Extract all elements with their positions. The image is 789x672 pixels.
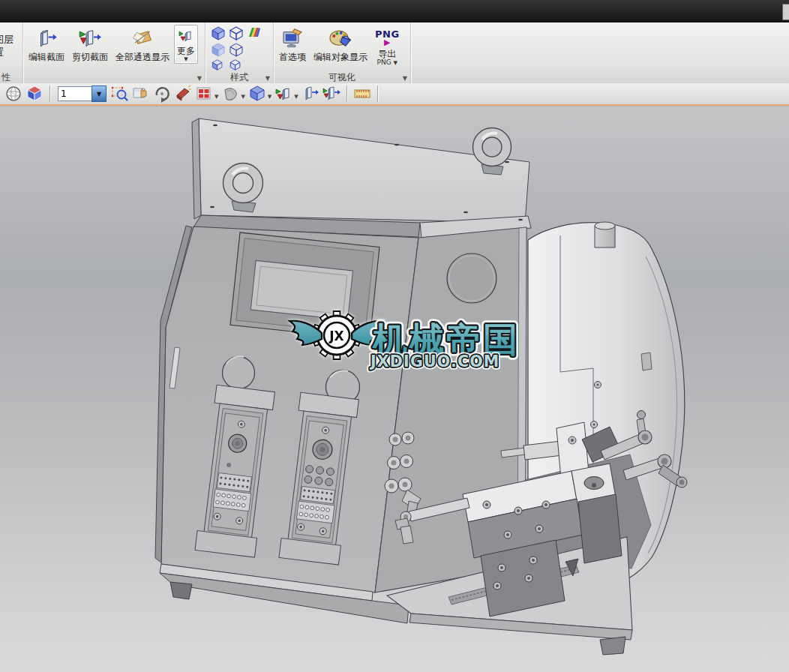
rotate-icon[interactable] (152, 84, 172, 104)
layer-settings-label-line2: 置 (0, 46, 23, 58)
colored-section-icon[interactable] (274, 84, 293, 104)
edit-section-label: 编辑截面 (28, 52, 64, 62)
style-face-analysis-icon[interactable] (248, 26, 260, 41)
export-sub-label: PNG ▼ (377, 59, 398, 66)
export-png-button[interactable]: PNG ▶ 导出 PNG ▼ (372, 25, 403, 68)
layer-dropdown-button[interactable]: ▼ (92, 86, 106, 102)
layer-settings-button[interactable]: 图层 置 (0, 33, 23, 58)
ribbon-group-clipped-left: 图层 置 性 (0, 22, 23, 83)
show-all-translucent-label: 全部通透显示 (116, 52, 170, 62)
style-shaded-cube-icon[interactable] (212, 43, 226, 59)
clip-section-button[interactable]: 剪切截面 (69, 25, 111, 64)
export-label: 导出 (378, 49, 396, 59)
watermark-url-text: JXDIGUO.COM (369, 352, 500, 370)
shell-dropdown-arrow-icon[interactable]: ▼ (241, 94, 244, 100)
style-wireframe-cube-icon[interactable] (230, 26, 244, 43)
edit-object-display-icon (328, 26, 353, 52)
style-cube-toolbar-icon[interactable] (248, 84, 267, 104)
title-bar (0, 0, 789, 22)
more-label: 更多 (177, 46, 195, 56)
clip-section-slab-icon[interactable] (322, 84, 341, 104)
style-hidden-edges-cube-icon[interactable] (230, 43, 244, 59)
eraser-icon[interactable] (173, 84, 193, 104)
wireframe-sphere-icon[interactable] (4, 84, 23, 104)
toolbar-separator (377, 86, 378, 102)
edit-object-display-label: 编辑对象显示 (314, 52, 368, 62)
shell-solid-icon[interactable] (220, 84, 240, 104)
clip-section-label: 剪切截面 (72, 52, 108, 62)
ribbon-group-section: 编辑截面 剪切截面 (23, 22, 206, 83)
red-grid-icon[interactable] (194, 84, 214, 104)
window-control-fragment-icon[interactable] (782, 4, 789, 20)
ribbon: 图层 置 性 编辑截面 (0, 22, 789, 84)
export-sub-png: PNG (377, 58, 392, 66)
colored-section-dropdown-arrow-icon[interactable]: ▼ (294, 94, 298, 100)
export-dropdown-arrow-icon: ▼ (394, 60, 398, 66)
style-cube-dropdown-arrow-icon[interactable]: ▼ (268, 94, 272, 100)
pan-hand-icon[interactable] (131, 84, 151, 104)
zoom-box-icon[interactable] (110, 84, 130, 104)
red-grid-dropdown-arrow-icon[interactable]: ▼ (214, 94, 218, 100)
ribbon-group-style: 样式 ▼ (206, 22, 274, 83)
clip-section-icon (79, 26, 101, 52)
more-icon (178, 26, 194, 46)
visualization-group-launcher-icon[interactable]: ▼ (403, 76, 407, 82)
ribbon-empty-space (411, 22, 789, 83)
toolbar-separator (346, 86, 347, 102)
watermark-logo-text: JX (328, 328, 344, 344)
more-button[interactable]: 更多 ▼ (174, 25, 198, 64)
edit-section-slab-icon[interactable] (301, 84, 320, 104)
viewport-3d-canvas[interactable]: JX 机械帝国 机械帝国 机械帝国 JXDIGUO.COM JXDIGUO.CO… (0, 107, 789, 672)
style-studio-cube-icon[interactable] (230, 59, 242, 73)
style-shaded-edges-cube-icon[interactable] (212, 26, 226, 43)
export-png-icon: PNG ▶ (375, 26, 400, 49)
watermark-url: JXDIGUO.COM JXDIGUO.COM JXDIGUO.COM (369, 352, 500, 370)
style-group-launcher-icon[interactable]: ▼ (266, 76, 270, 82)
toolbar-secondary: ▼ ▼ ▼ ▼ ▼ (0, 83, 789, 106)
visualization-group-label: 可视化 (274, 73, 410, 82)
ruler-icon[interactable] (352, 84, 372, 104)
style-group-label: 样式 (206, 73, 273, 82)
png-triangle-icon: ▶ (384, 39, 390, 46)
layer-selector[interactable]: ▼ (58, 86, 106, 102)
clipped-group-label: 性 (0, 73, 22, 82)
toolbar-separator (50, 86, 50, 102)
preferences-label: 首选项 (279, 52, 306, 62)
section-group-launcher-icon[interactable]: ▼ (197, 76, 202, 82)
style-cube-buttons (206, 22, 264, 70)
style-partial-shaded-cube-icon[interactable] (212, 59, 224, 73)
shaded-cube-icon[interactable] (25, 84, 44, 104)
show-all-translucent-button[interactable]: 全部通透显示 (112, 25, 172, 64)
edit-section-button[interactable]: 编辑截面 (26, 25, 68, 64)
layer-settings-label-line1: 图层 (0, 33, 23, 46)
show-all-translucent-icon (130, 26, 154, 52)
layer-dropdown-arrow-icon: ▼ (97, 91, 101, 98)
ribbon-group-visualization: 首选项 编辑对象显示 (274, 22, 411, 83)
edit-object-display-button[interactable]: 编辑对象显示 (310, 25, 370, 64)
graphics-viewport[interactable]: JX 机械帝国 机械帝国 机械帝国 JXDIGUO.COM JXDIGUO.CO… (0, 107, 789, 672)
preferences-button[interactable]: 首选项 (276, 25, 309, 64)
more-dropdown-arrow-icon: ▼ (184, 57, 188, 62)
layer-value-input[interactable] (58, 86, 92, 101)
preferences-icon (280, 26, 304, 52)
edit-section-icon (35, 26, 58, 52)
